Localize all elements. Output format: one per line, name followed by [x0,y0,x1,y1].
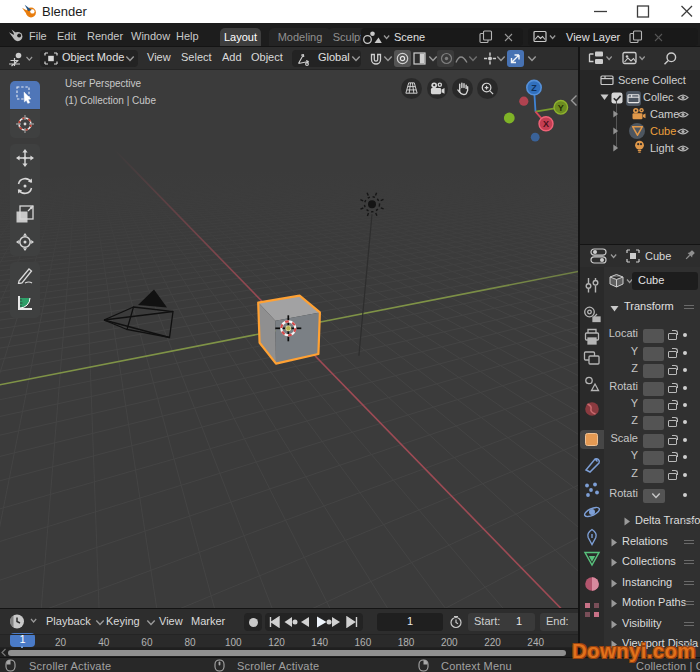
svg-text:Y: Y [558,103,564,113]
svg-text:X: X [543,119,549,129]
svg-text:Z: Z [531,83,537,93]
